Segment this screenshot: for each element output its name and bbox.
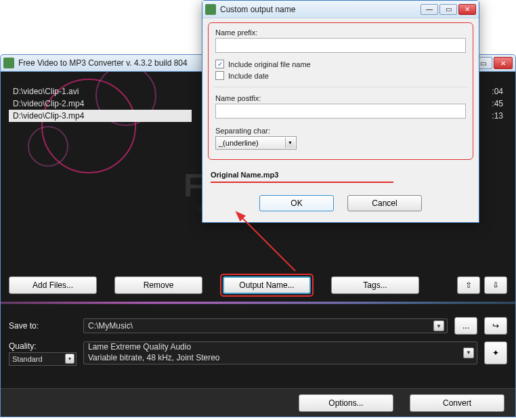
open-folder-button[interactable]: ↪ <box>484 317 507 335</box>
dialog-buttons: OK Cancel <box>208 195 473 211</box>
separating-char-label: Separating char: <box>215 127 466 135</box>
dialog-body: Name prefix: ✓ Include original file nam… <box>202 18 479 222</box>
save-to-label: Save to: <box>9 321 77 331</box>
postfix-input[interactable] <box>215 104 466 119</box>
app-icon <box>205 4 216 15</box>
ok-button[interactable]: OK <box>259 195 334 211</box>
options-button[interactable]: Options... <box>299 394 393 412</box>
quality-label: Quality: <box>9 341 77 351</box>
cancel-button[interactable]: Cancel <box>347 195 422 211</box>
file-list[interactable]: D:\video\Clip-1.avi D:\video\Clip-2.mp4 … <box>9 85 192 122</box>
duration: :04 <box>488 85 507 98</box>
preview-text: Original Name.mp3 <box>211 171 471 179</box>
arrow-up-icon: ⇧ <box>465 280 472 290</box>
preview-underline <box>211 182 393 183</box>
separating-char-value: _(underline) <box>219 139 259 147</box>
open-folder-icon: ↪ <box>492 321 499 331</box>
include-original-checkbox[interactable]: ✓ <box>215 60 224 68</box>
chevron-down-icon[interactable]: ▼ <box>463 348 474 358</box>
dialog-titlebar: Custom output name — ▭ ✕ <box>202 1 479 18</box>
dialog-minimize-button[interactable]: — <box>421 4 438 15</box>
dialog-title: Custom output name <box>220 5 421 14</box>
preset-combo[interactable]: Lame Extreme Quality Audio Variable bitr… <box>83 341 477 364</box>
chevron-down-icon[interactable]: ▼ <box>65 354 74 364</box>
save-to-row: Save to: C:\MyMusic\ ▼ ... ↪ <box>9 317 507 335</box>
prefix-label: Name prefix: <box>215 28 466 37</box>
quality-select[interactable]: Standard ▼ <box>9 352 77 366</box>
duration: :13 <box>488 110 507 122</box>
chevron-down-icon[interactable]: ▼ <box>433 320 444 331</box>
preset-line2: Variable bitrate, 48 kHz, Joint Stereo <box>88 353 220 364</box>
add-files-button[interactable]: Add Files... <box>9 276 97 294</box>
list-item[interactable]: D:\video\Clip-1.avi <box>9 85 192 98</box>
browse-button[interactable]: ... <box>454 317 477 335</box>
separating-char-select[interactable]: _(underline) ▼ <box>215 136 297 150</box>
output-name-highlight: Output Name... <box>220 274 314 297</box>
quality-value: Standard <box>12 355 43 363</box>
check-icon: ✓ <box>217 60 223 68</box>
quality-row: Quality: Standard ▼ Lame Extreme Quality… <box>9 341 507 366</box>
bottom-bar: Options... Convert <box>1 388 515 417</box>
save-to-value: C:\MyMusic\ <box>88 321 133 331</box>
arrow-down-icon: ⇩ <box>492 280 499 290</box>
preset-edit-button[interactable]: ✦ <box>484 341 507 364</box>
prefix-input[interactable] <box>215 38 466 53</box>
app-icon <box>3 58 14 68</box>
dialog-maximize-button[interactable]: ▭ <box>439 4 457 15</box>
toolbar: Add Files... Remove Output Name... Tags.… <box>9 274 507 297</box>
include-original-label: Include original file name <box>228 60 311 68</box>
save-to-combo[interactable]: C:\MyMusic\ ▼ <box>83 318 448 333</box>
chevron-down-icon[interactable]: ▼ <box>285 138 295 148</box>
tags-button[interactable]: Tags... <box>331 276 419 294</box>
list-item[interactable]: D:\video\Clip-3.mp4 <box>9 110 192 122</box>
include-date-checkbox[interactable] <box>215 71 224 80</box>
convert-button[interactable]: Convert <box>410 394 504 412</box>
include-date-label: Include date <box>228 72 269 80</box>
list-item[interactable]: D:\video\Clip-2.mp4 <box>9 98 192 110</box>
ellipsis-icon: ... <box>463 321 469 331</box>
move-up-button[interactable]: ⇧ <box>457 276 480 294</box>
custom-output-name-dialog: Custom output name — ▭ ✕ Name prefix: ✓ … <box>202 0 479 223</box>
wand-icon: ✦ <box>492 348 499 358</box>
preset-line1: Lame Extreme Quality Audio <box>88 342 220 353</box>
decorative-glow <box>1 301 515 305</box>
postfix-label: Name postfix: <box>215 94 466 102</box>
dialog-highlight-box: Name prefix: ✓ Include original file nam… <box>208 22 473 160</box>
duration: :45 <box>488 98 507 110</box>
duration-list: :04 :45 :13 <box>488 85 507 122</box>
output-name-button[interactable]: Output Name... <box>223 276 311 294</box>
remove-button[interactable]: Remove <box>114 276 202 294</box>
close-button[interactable]: ✕ <box>494 57 513 69</box>
move-down-button[interactable]: ⇩ <box>484 276 507 294</box>
dialog-close-button[interactable]: ✕ <box>458 4 476 15</box>
